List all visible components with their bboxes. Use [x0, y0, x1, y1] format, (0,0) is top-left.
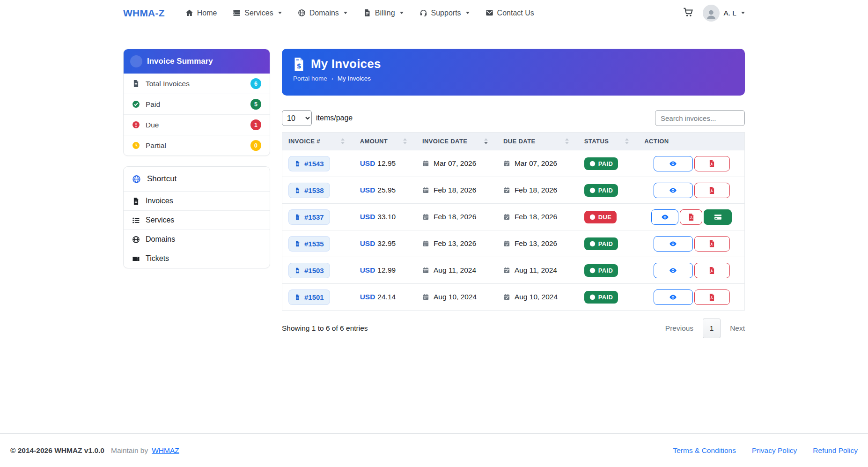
sidebar-item-services[interactable]: Services [124, 210, 270, 230]
nav-item-services[interactable]: Services [233, 9, 281, 17]
due-date: Mar 07, 2026 [515, 159, 557, 168]
view-invoice-button[interactable] [654, 156, 693, 171]
invoice-number-link[interactable]: #1535 [288, 236, 330, 252]
breadcrumb-portal-home[interactable]: Portal home [293, 75, 327, 82]
footer-link-terms-conditions[interactable]: Terms & Conditions [673, 446, 736, 455]
previous-page-button[interactable]: Previous [665, 324, 693, 333]
invoice-date: Aug 11, 2024 [434, 266, 476, 274]
row-actions [644, 156, 744, 171]
download-pdf-button[interactable] [694, 156, 730, 171]
column-header-label: INVOICE # [288, 138, 320, 145]
footer-link-refund-policy[interactable]: Refund Policy [813, 446, 858, 455]
next-page-button[interactable]: Next [730, 324, 745, 333]
download-pdf-button[interactable] [694, 263, 730, 278]
column-header-invoice-date[interactable]: INVOICE DATE [416, 133, 497, 150]
column-header-invoice[interactable]: INVOICE # [282, 133, 354, 150]
invoice-date: Feb 18, 2026 [434, 213, 476, 221]
shortcut-item-label: Invoices [146, 197, 173, 205]
download-pdf-button[interactable] [694, 183, 730, 198]
due-date: Aug 10, 2024 [515, 293, 558, 301]
view-invoice-button[interactable] [654, 236, 693, 252]
invoice-number-link[interactable]: #1543 [288, 156, 330, 171]
nav-item-supports[interactable]: Supports [419, 9, 470, 17]
calendar-check-icon [503, 267, 510, 274]
invoice-summary-header: Invoice Summary [124, 49, 270, 74]
current-page-button[interactable]: 1 [703, 319, 721, 338]
column-header-due-date[interactable]: DUE DATE [497, 133, 578, 150]
view-invoice-button[interactable] [654, 263, 693, 278]
invoice-number-link[interactable]: #1503 [288, 263, 330, 278]
sidebar-item-invoices[interactable]: Invoices [124, 191, 270, 210]
sidebar-item-tickets[interactable]: Tickets [124, 249, 270, 268]
download-pdf-button[interactable] [694, 236, 730, 252]
view-invoice-button[interactable] [654, 289, 693, 305]
pay-invoice-button[interactable] [704, 209, 732, 225]
file-pdf-icon [687, 213, 695, 221]
clock-icon [132, 141, 140, 149]
invoice-number-link[interactable]: #1538 [288, 183, 330, 198]
invoice-date: Aug 10, 2024 [434, 293, 477, 301]
items-per-page-select[interactable]: 10 [282, 110, 312, 126]
file-pdf-icon [708, 293, 716, 301]
nav-item-billing[interactable]: Billing [363, 9, 404, 17]
sort-icon [341, 138, 345, 144]
nav-item-domains[interactable]: Domains [298, 9, 347, 17]
shortcut-title: Shortcut [147, 174, 177, 184]
brand-logo[interactable]: WHMA-Z [123, 7, 165, 19]
calendar-icon [422, 267, 429, 274]
invoice-number-link[interactable]: #1537 [288, 209, 330, 225]
amount-value: 33.10 [377, 213, 396, 221]
file-icon [132, 80, 140, 88]
count-badge: 0 [250, 140, 261, 151]
download-pdf-button[interactable] [680, 209, 702, 225]
status-badge: PAID [584, 184, 618, 197]
invoices-table: INVOICE # AMOUNT INVOICE DATE DUE DATE S… [282, 132, 745, 311]
check-circle-icon [589, 294, 596, 300]
copyright-text: © 2014-2026 WHMAZ v1.0.0 [10, 446, 104, 455]
search-input[interactable] [655, 110, 745, 126]
page-title: My Invoices [311, 57, 381, 71]
person-icon [705, 8, 717, 20]
headset-icon [419, 9, 427, 17]
column-header-label: AMOUNT [360, 138, 388, 145]
table-footer: Showing 1 to 6 of 6 entries Previous 1 N… [282, 319, 745, 338]
chevron-down-icon [741, 12, 745, 14]
download-pdf-button[interactable] [694, 289, 730, 305]
invoice-date: Feb 18, 2026 [434, 186, 476, 194]
view-invoice-button[interactable] [654, 183, 693, 198]
view-invoice-button[interactable] [651, 209, 678, 225]
nav-item-home[interactable]: Home [185, 9, 217, 17]
file-icon [132, 197, 140, 205]
chart-pie-icon [130, 55, 142, 67]
shortcut-header: Shortcut [124, 167, 270, 191]
cart-button[interactable] [682, 7, 694, 19]
home-icon [185, 9, 193, 17]
shortcut-list: Invoices Services Domains Tickets [124, 191, 270, 268]
status-badge: PAID [584, 157, 618, 170]
footer-link-privacy-policy[interactable]: Privacy Policy [752, 446, 797, 455]
user-menu[interactable]: A. L [703, 5, 745, 22]
table-toolbar: 10 items/page [282, 110, 745, 126]
amount-currency: USD [360, 213, 375, 221]
file-icon [294, 214, 301, 221]
maintainer-link[interactable]: WHMAZ [152, 446, 179, 455]
eye-icon [669, 160, 677, 168]
count-badge: 5 [250, 99, 261, 110]
summary-row-paid: Paid 5 [124, 94, 270, 114]
nav-item-contact-us[interactable]: Contact Us [485, 9, 534, 17]
eye-icon [669, 267, 677, 274]
globe-icon [132, 175, 141, 184]
check-circle-icon [589, 241, 596, 247]
invoice-number-link[interactable]: #1501 [288, 289, 330, 305]
pagination: Previous 1 Next [665, 319, 745, 338]
sidebar-item-domains[interactable]: Domains [124, 230, 270, 249]
column-header-status[interactable]: STATUS [578, 133, 638, 150]
user-name: A. L [723, 9, 736, 17]
nav-item-label: Services [244, 9, 273, 17]
shortcut-item-label: Tickets [146, 254, 169, 263]
invoice-date: Mar 07, 2026 [434, 159, 476, 168]
amount-value: 12.99 [377, 266, 396, 274]
column-header-action[interactable]: ACTION [638, 133, 744, 150]
due-date: Aug 11, 2024 [515, 266, 557, 274]
column-header-amount[interactable]: AMOUNT [354, 133, 416, 150]
